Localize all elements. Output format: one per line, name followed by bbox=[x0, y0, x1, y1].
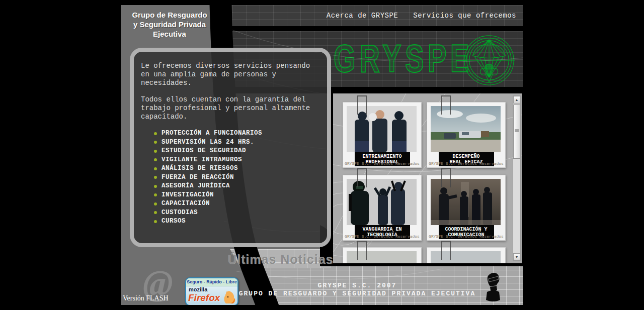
intro-paragraph-2: Todos ellos cuentan con la garantía del … bbox=[141, 95, 321, 121]
bullet-icon bbox=[154, 220, 157, 223]
thumb-grip-lines bbox=[515, 129, 519, 132]
service-item: ESTUDIOS DE SEGURIDAD bbox=[154, 147, 321, 156]
service-item: CAPACITACIÓN bbox=[154, 199, 321, 209]
service-item: ANÁLISIS DE RIESGOS bbox=[154, 164, 321, 173]
news-section-heading: Últimas Noticias bbox=[227, 252, 334, 267]
divider-strip-top bbox=[214, 26, 523, 31]
gallery-card-vanguardia[interactable]: VANGUARDIA EN TECNOLOGÍA GRYSPE S.C. Der… bbox=[343, 175, 422, 241]
paperclip-icon bbox=[441, 95, 451, 115]
card-copyright: GRYSPE S.C. Derechos Reservados bbox=[427, 234, 505, 239]
service-item: ASESORÍA JURÍDICA bbox=[154, 182, 321, 191]
paperclip-icon bbox=[441, 168, 451, 187]
footer-copyright: GRYSPE S.C. 2007 GRUPO DE RESGUARDO Y SE… bbox=[211, 282, 503, 298]
bullet-icon bbox=[154, 211, 157, 214]
bullet-icon bbox=[154, 132, 157, 135]
footer-line-2: GRUPO DE RESGUARDO Y SEGURIDAD PRIVADA E… bbox=[211, 290, 503, 298]
parachute-logo-icon bbox=[462, 32, 516, 86]
paperclip-icon bbox=[357, 241, 367, 260]
gallery-card-partial-left[interactable] bbox=[343, 247, 422, 263]
gallery-card-partial-right[interactable] bbox=[427, 247, 506, 263]
scrollbar-thumb[interactable] bbox=[513, 105, 520, 159]
bullet-icon bbox=[154, 141, 157, 144]
bullet-icon bbox=[154, 150, 157, 153]
top-navigation-bar: Acerca de GRYSPE Servicios que ofrecemos bbox=[219, 5, 523, 26]
card-copyright: GRYSPE S.C. Derechos Reservados bbox=[343, 234, 421, 239]
mozilla-label: mozilla bbox=[189, 287, 207, 292]
service-item: CUSTODIAS bbox=[154, 209, 321, 218]
letterbox-stage: Acerca de GRYSPE Servicios que ofrecemos… bbox=[0, 0, 644, 310]
gallery-scroll-area[interactable]: ENTRENAMIENTO PROFESIONAL GRYSPE S.C. De… bbox=[333, 93, 522, 263]
service-item: CURSOS bbox=[154, 217, 321, 226]
scrollbar-up-arrow[interactable]: ▲ bbox=[513, 96, 520, 104]
nav-item-acerca[interactable]: Acerca de GRYSPE bbox=[327, 12, 398, 20]
gallery-card-coordinacion[interactable]: COORDINACIÓN Y COMUNICACIÓN GRYSPE S.C. … bbox=[427, 175, 506, 241]
bullet-icon bbox=[154, 193, 157, 196]
card-copyright: GRYSPE S.C. Derechos Reservados bbox=[427, 161, 505, 166]
flash-site-page: Acerca de GRYSPE Servicios que ofrecemos… bbox=[121, 5, 523, 305]
paperclip-icon bbox=[357, 168, 367, 187]
flash-version-label: Versión FLASH bbox=[123, 294, 169, 302]
services-info-panel: Le ofrecemos diversos servicios pensando… bbox=[130, 48, 331, 247]
gallery-frame: ENTRENAMIENTO PROFESIONAL GRYSPE S.C. De… bbox=[330, 90, 523, 266]
bullet-icon bbox=[154, 158, 157, 161]
scrollbar-down-arrow[interactable]: ▼ bbox=[513, 253, 520, 261]
gallery-scrollbar[interactable]: ▲ ▼ bbox=[513, 95, 521, 261]
services-list: PROTECCIÓN A FUNCIONARIOS SUPERVISIÓN LA… bbox=[141, 129, 321, 226]
service-item: VIGILANTE INTRAMUROS bbox=[154, 156, 321, 165]
gryspe-logo-text: GRYSPE bbox=[334, 37, 473, 80]
bullet-icon bbox=[154, 167, 157, 170]
service-item: FUERZA DE REACCIÓN bbox=[154, 173, 321, 182]
bullet-icon bbox=[154, 176, 157, 179]
footer-line-1: GRYSPE S.C. 2007 bbox=[211, 282, 503, 290]
gallery-card-entrenamiento[interactable]: ENTRENAMIENTO PROFESIONAL GRYSPE S.C. De… bbox=[343, 102, 422, 168]
intro-paragraph-1: Le ofrecemos diversos servicios pensando… bbox=[141, 62, 321, 87]
service-item: SUPERVISIÓN LAS 24 HRS. bbox=[154, 138, 321, 147]
bullet-icon bbox=[154, 202, 157, 205]
site-title: Grupo de Resguardo y Seguridad Privada E… bbox=[123, 10, 216, 39]
bullet-icon bbox=[154, 185, 157, 188]
nav-item-servicios[interactable]: Servicios que ofrecemos bbox=[413, 12, 516, 20]
service-item: PROTECCIÓN A FUNCIONARIOS bbox=[154, 129, 321, 138]
stencil-portrait-icon bbox=[478, 272, 508, 304]
paperclip-icon bbox=[357, 95, 367, 115]
service-item: INVESTIGACIÓN bbox=[154, 191, 321, 200]
paperclip-icon bbox=[441, 241, 451, 260]
gallery-card-desempeno[interactable]: DESEMPEÑO REAL EFICAZ GRYSPE S.C. Derech… bbox=[427, 102, 506, 168]
card-copyright: GRYSPE S.C. Derechos Reservados bbox=[343, 161, 421, 166]
